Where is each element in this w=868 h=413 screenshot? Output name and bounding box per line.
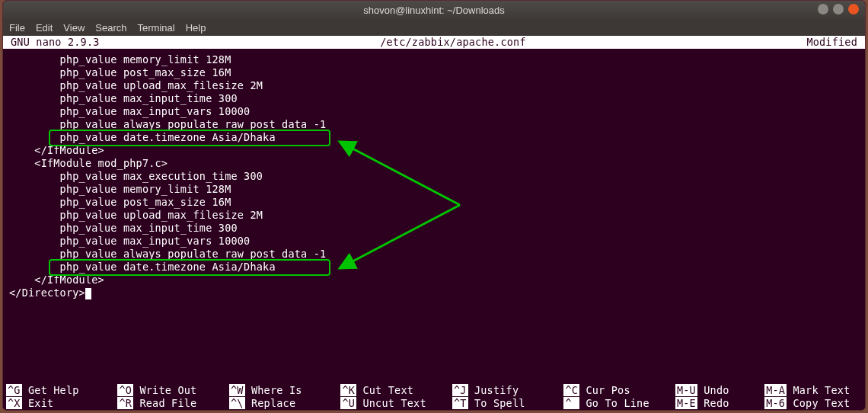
nano-footer: ^G Get Help^O Write Out^W Where Is^K Cut… <box>3 384 865 410</box>
shortcut-label: Uncut Text <box>356 397 426 409</box>
shortcut-key: ^\ <box>229 397 245 409</box>
menubar: File Edit View Search Terminal Help <box>3 19 865 36</box>
terminal-area[interactable]: GNU nano 2.9.3 /etc/zabbix/apache.conf M… <box>3 36 865 410</box>
editor-line: <IfModule mod_php7.c> <box>9 157 865 170</box>
shortcut-label: Copy Text <box>787 397 850 409</box>
cursor <box>85 288 91 299</box>
shortcut-key: ^G <box>6 384 22 396</box>
editor-line: php_value upload_max_filesize 2M <box>9 79 865 92</box>
nano-shortcut: ^C Cur Pos <box>563 384 675 397</box>
shortcut-label: Mark Text <box>787 384 850 396</box>
shortcut-key: M-6 <box>764 397 787 409</box>
nano-shortcut: ^O Write Out <box>117 384 229 397</box>
shortcut-label: Redo <box>697 397 729 409</box>
shortcut-key: ^K <box>340 384 356 396</box>
nano-shortcut: ^G Get Help <box>6 384 117 397</box>
shortcut-key: ^_ <box>563 397 579 409</box>
editor-line: php_value date.timezone Asia/Dhaka <box>9 131 865 144</box>
nano-shortcut: M-A Mark Text <box>764 384 865 397</box>
shortcut-label: Write Out <box>133 384 196 396</box>
editor-line: php_value always_populate_raw_post_data … <box>9 118 865 131</box>
editor-line: php_value date.timezone Asia/Dhaka <box>9 261 865 274</box>
editor-line: </IfModule> <box>9 144 865 157</box>
nano-file-path: /etc/zabbix/apache.conf <box>100 36 807 49</box>
menu-view[interactable]: View <box>63 22 85 34</box>
shortcut-key: M-E <box>675 397 697 409</box>
shortcut-label: To Spell <box>468 397 525 409</box>
shortcut-label: Exit <box>22 397 54 409</box>
window-title: shovon@linuxhint: ~/Downloads <box>363 5 505 16</box>
menu-terminal[interactable]: Terminal <box>138 22 175 34</box>
nano-shortcut: ^_ Go To Line <box>563 397 675 410</box>
editor-content[interactable]: php_value memory_limit 128M php_value po… <box>3 49 865 411</box>
nano-shortcut: ^R Read File <box>117 397 229 410</box>
editor-line: php_value max_input_vars 10000 <box>9 235 865 248</box>
nano-version: GNU nano 2.9.3 <box>3 36 100 49</box>
shortcut-label: Read File <box>133 397 196 409</box>
minimize-icon[interactable] <box>818 4 828 14</box>
editor-line: php_value post_max_size 16M <box>9 66 865 79</box>
editor-line: </IfModule> <box>9 274 865 287</box>
menu-edit[interactable]: Edit <box>36 22 53 34</box>
shortcut-key: ^X <box>6 397 22 409</box>
nano-shortcut: ^U Uncut Text <box>340 397 452 410</box>
menu-search[interactable]: Search <box>95 22 126 34</box>
shortcut-key: ^R <box>117 397 133 409</box>
shortcut-label: Justify <box>468 384 519 396</box>
window-titlebar: shovon@linuxhint: ~/Downloads <box>3 1 865 19</box>
shortcut-key: ^C <box>563 384 579 396</box>
shortcut-key: ^O <box>117 384 133 396</box>
close-icon[interactable] <box>848 4 859 14</box>
nano-shortcut: ^T To Spell <box>452 397 563 410</box>
editor-line: php_value max_execution_time 300 <box>9 170 865 183</box>
menu-file[interactable]: File <box>9 22 25 34</box>
shortcut-key: ^W <box>229 384 245 396</box>
shortcut-label: Cut Text <box>356 384 413 396</box>
nano-shortcut: M-U Undo <box>675 384 764 397</box>
nano-shortcut: ^J Justify <box>452 384 563 397</box>
shortcut-label: Undo <box>697 384 729 396</box>
maximize-icon[interactable] <box>833 4 844 14</box>
nano-shortcut: ^W Where Is <box>229 384 340 397</box>
nano-shortcut: ^\ Replace <box>229 397 340 410</box>
editor-line: php_value max_input_time 300 <box>9 92 865 105</box>
editor-line: php_value upload_max_filesize 2M <box>9 209 865 222</box>
nano-status: Modified <box>806 36 865 49</box>
shortcut-label: Where Is <box>245 384 302 396</box>
shortcut-key: ^J <box>452 384 468 396</box>
editor-line: php_value max_input_vars 10000 <box>9 105 865 118</box>
shortcut-label: Go To Line <box>579 397 649 409</box>
editor-line: php_value memory_limit 128M <box>9 53 865 66</box>
nano-header: GNU nano 2.9.3 /etc/zabbix/apache.conf M… <box>3 36 865 49</box>
menu-help[interactable]: Help <box>186 22 206 34</box>
shortcut-label: Cur Pos <box>579 384 630 396</box>
editor-line: php_value max_input_time 300 <box>9 222 865 235</box>
shortcut-key: M-U <box>675 384 697 396</box>
window-controls <box>818 4 859 14</box>
nano-shortcut: ^K Cut Text <box>340 384 452 397</box>
shortcut-key: M-A <box>764 384 787 396</box>
shortcut-label: Replace <box>245 397 296 409</box>
shortcut-key: ^U <box>340 397 356 409</box>
shortcut-key: ^T <box>452 397 468 409</box>
nano-shortcut: M-6 Copy Text <box>764 397 865 410</box>
nano-shortcut: M-E Redo <box>675 397 764 410</box>
terminal-window: shovon@linuxhint: ~/Downloads File Edit … <box>2 0 866 411</box>
editor-line: php_value always_populate_raw_post_data … <box>9 248 865 261</box>
shortcut-label: Get Help <box>22 384 79 396</box>
editor-line: php_value post_max_size 16M <box>9 196 865 209</box>
nano-shortcut: ^X Exit <box>6 397 117 410</box>
editor-line: </Directory> <box>9 287 865 299</box>
editor-line: php_value memory_limit 128M <box>9 183 865 196</box>
